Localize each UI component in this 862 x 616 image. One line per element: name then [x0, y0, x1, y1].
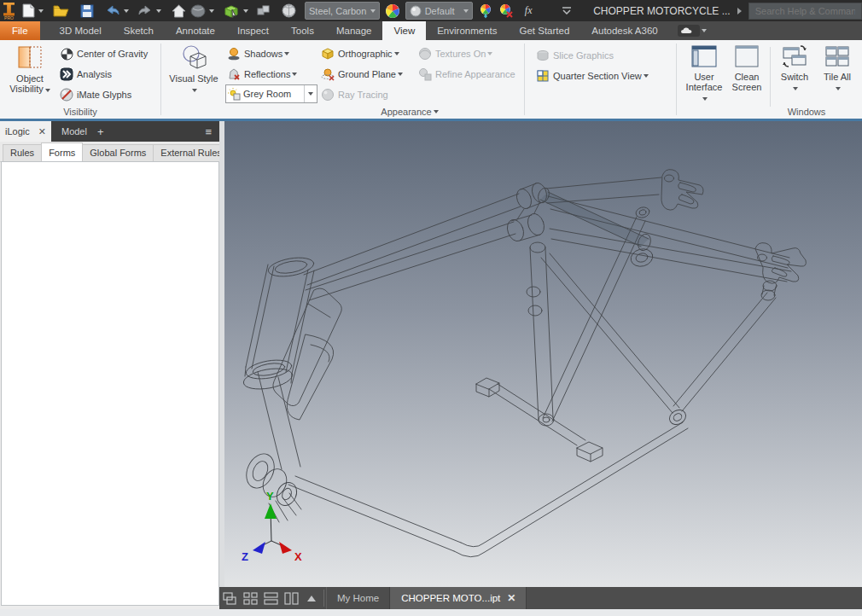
model-panel-tab[interactable]: Model: [51, 121, 97, 142]
tile-horizontal-button[interactable]: [260, 587, 281, 609]
select-button[interactable]: [221, 2, 242, 20]
home-button[interactable]: [168, 2, 189, 20]
appearance-sphere-button[interactable]: [189, 2, 207, 20]
material-combo[interactable]: Steel, Carbon: [305, 2, 380, 20]
tab-tools[interactable]: Tools: [280, 21, 325, 40]
reflections-button[interactable]: Reflections: [227, 66, 297, 83]
open-button[interactable]: [50, 2, 71, 20]
switch-caret: [793, 87, 798, 90]
tab-get-started[interactable]: Get Started: [509, 21, 581, 40]
tab-inspect[interactable]: Inspect: [226, 21, 280, 40]
model-viewport[interactable]: Y X Z: [224, 121, 862, 587]
tab-autodesk-a360[interactable]: Autodesk A360: [580, 21, 668, 40]
tile-all-caret: [836, 87, 841, 90]
a360-cloud-button[interactable]: [678, 21, 707, 40]
tab-file[interactable]: File: [0, 21, 40, 40]
undo-caret[interactable]: [124, 9, 129, 13]
close-document-icon[interactable]: ✕: [507, 592, 515, 604]
object-visibility-caret: [45, 89, 50, 92]
visual-style-button[interactable]: Visual Style: [169, 44, 218, 94]
clean-screen-button[interactable]: Clean Screen: [727, 44, 766, 92]
panel-menu-button[interactable]: ≡: [198, 121, 219, 142]
imate-glyphs-button[interactable]: iMate Glyphs: [60, 86, 131, 103]
ray-tracing-label: Ray Tracing: [338, 90, 388, 100]
switch-button[interactable]: Switch: [775, 44, 814, 92]
component-button[interactable]: [255, 2, 272, 20]
appearance-group-label[interactable]: Appearance: [333, 107, 486, 117]
orthographic-icon: [321, 47, 335, 61]
material-combo-caret: [370, 9, 376, 13]
select-caret[interactable]: [243, 9, 248, 13]
shadows-button[interactable]: Shadows: [227, 45, 289, 62]
redo-caret[interactable]: [156, 9, 161, 13]
clean-screen-icon: [735, 44, 759, 68]
color-wheel-button[interactable]: [383, 2, 402, 20]
render-globe-button[interactable]: [279, 2, 298, 20]
tab-environments[interactable]: Environments: [426, 21, 508, 40]
redo-button[interactable]: [136, 2, 154, 20]
tile-all-icon: [824, 44, 850, 68]
save-button[interactable]: [78, 2, 96, 20]
tab-annotate[interactable]: Annotate: [165, 21, 226, 40]
tab-external-rules[interactable]: External Rules: [153, 144, 230, 161]
quarter-section-view-label: Quarter Section View: [553, 71, 642, 81]
tab-global-forms[interactable]: Global Forms: [82, 144, 154, 161]
room-style-combo[interactable]: Grey Room: [225, 84, 317, 103]
tile-all-button[interactable]: Tile All: [818, 44, 857, 92]
inventor-logo-text: PRO: [4, 16, 14, 20]
parameters-fx-button[interactable]: fx: [520, 2, 537, 20]
undo-button[interactable]: [103, 2, 122, 20]
ilogic-panel-tab[interactable]: iLogic ✕: [0, 121, 51, 142]
visibility-group-label: Visibility: [0, 107, 160, 117]
svg-text:Z: Z: [242, 550, 248, 563]
tab-3d-model[interactable]: 3D Model: [49, 21, 113, 40]
ground-plane-button[interactable]: Ground Plane: [321, 66, 403, 83]
clear-appearance-button[interactable]: [498, 2, 515, 20]
adjust-appearance-button[interactable]: [477, 2, 494, 20]
open-folder-icon: [53, 4, 69, 17]
quarter-section-view-button[interactable]: Quarter Section View: [536, 67, 649, 84]
title-expand-arrow[interactable]: [737, 8, 742, 15]
appearance-combo[interactable]: Default: [405, 2, 474, 20]
ribbon-collapse-button[interactable]: [559, 2, 574, 20]
tab-sketch[interactable]: Sketch: [113, 21, 165, 40]
ilogic-panel-header: iLogic ✕ Model + ≡: [0, 121, 219, 142]
center-of-gravity-button[interactable]: Center of Gravity: [60, 45, 148, 62]
tile-windows-button[interactable]: [240, 587, 260, 609]
tab-manage[interactable]: Manage: [325, 21, 383, 40]
help-search-box[interactable]: [748, 3, 862, 20]
ground-plane-label: Ground Plane: [338, 69, 396, 79]
document-title: CHOPPER MOTORCYCLE ...: [593, 5, 730, 17]
ilogic-close-icon[interactable]: ✕: [38, 126, 46, 137]
shadows-label: Shadows: [244, 49, 282, 59]
appearance-sphere-caret[interactable]: [209, 9, 214, 13]
add-panel-button[interactable]: +: [97, 121, 104, 142]
help-search-input[interactable]: [754, 5, 857, 17]
expand-tabs-button[interactable]: [301, 587, 322, 609]
home-icon: [172, 4, 186, 18]
new-file-button[interactable]: [20, 2, 37, 20]
room-style-caret[interactable]: [304, 85, 317, 102]
user-interface-button[interactable]: User Interface: [683, 44, 725, 102]
textures-on-caret: [487, 52, 492, 55]
new-file-caret[interactable]: [38, 9, 44, 13]
chopper-document-tab[interactable]: CHOPPER MOTO...ipt ✕: [390, 587, 527, 609]
cascade-windows-button[interactable]: [219, 587, 240, 609]
appearance-combo-value: Default: [425, 6, 463, 16]
tab-forms[interactable]: Forms: [41, 142, 83, 161]
tab-view[interactable]: View: [382, 21, 426, 40]
tab-rules[interactable]: Rules: [3, 144, 42, 161]
user-interface-label: User Interface: [683, 72, 725, 102]
tile-vertical-button[interactable]: [281, 587, 301, 609]
svg-text:Y: Y: [266, 490, 274, 503]
ilogic-forms-panel-body[interactable]: [1, 161, 219, 606]
slice-graphics-button: Slice Graphics: [536, 47, 614, 64]
inventor-logo[interactable]: PRO: [3, 3, 15, 20]
visual-style-caret: [192, 89, 197, 92]
cloud-caret: [702, 29, 707, 32]
my-home-tab[interactable]: My Home: [326, 587, 390, 609]
textures-on-icon: [418, 47, 432, 61]
object-visibility-button[interactable]: Object Visibility: [7, 44, 53, 94]
analysis-button[interactable]: Analysis: [60, 66, 112, 83]
orthographic-button[interactable]: Orthographic: [321, 45, 399, 62]
